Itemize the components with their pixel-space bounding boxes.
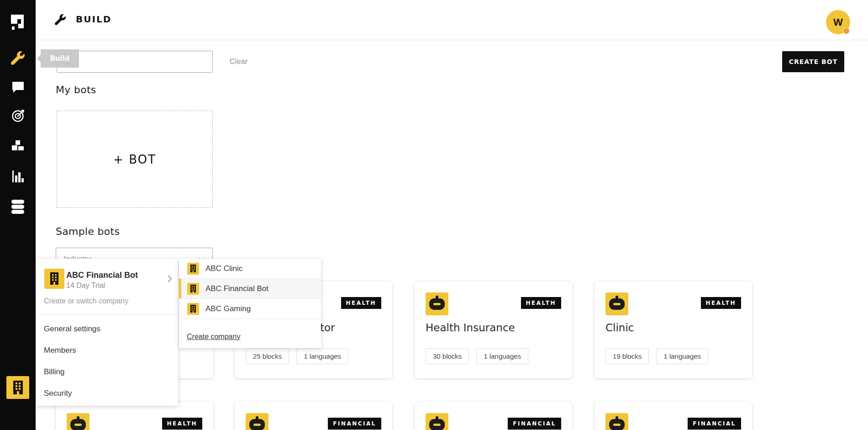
chevron-right-icon[interactable] <box>168 275 172 284</box>
menu-item-general-settings[interactable]: General settings <box>36 318 178 340</box>
my-bots-heading: My bots <box>56 84 96 96</box>
languages-chip: 1 languages <box>656 348 708 364</box>
nav-chat-icon[interactable] <box>12 81 24 93</box>
app-logo-icon[interactable] <box>11 15 24 30</box>
category-badge: HEALTH <box>341 297 381 309</box>
nav-blocks-icon[interactable] <box>11 140 24 153</box>
nav-build-wrench-icon[interactable] <box>11 51 25 65</box>
add-bot-label: + BOT <box>113 153 156 166</box>
blocks-chip: 30 blocks <box>426 348 469 364</box>
nav-target-icon[interactable] <box>11 109 25 122</box>
company-switcher-building-icon[interactable] <box>6 376 29 399</box>
create-bot-button[interactable]: CREATE BOT <box>782 51 844 72</box>
blocks-chip: 19 blocks <box>605 348 649 364</box>
company-switch-submenu: ABC Clinic ABC Financial Bot <box>179 259 321 348</box>
sample-bot-card[interactable]: HEALTH Clinic 19 blocks 1 languages <box>594 281 752 378</box>
company-name: ABC Financial Bot <box>66 271 138 280</box>
sample-bot-card[interactable]: HEALTH <box>56 402 213 430</box>
category-badge: HEALTH <box>521 297 561 309</box>
company-option-abc-financial-bot[interactable]: ABC Financial Bot <box>179 279 321 299</box>
header: BUILD W <box>36 0 868 40</box>
company-plan: 14 Day Trial <box>66 281 105 290</box>
sample-bot-card[interactable]: FINANCIAL <box>594 402 752 430</box>
clear-search-link[interactable]: Clear <box>230 58 248 66</box>
company-option-label: ABC Clinic <box>205 264 242 273</box>
add-bot-box[interactable]: + BOT <box>57 111 213 208</box>
build-wrench-icon <box>55 14 66 27</box>
company-menu: ABC Financial Bot 14 Day Trial Create or… <box>36 259 178 406</box>
languages-chip: 1 languages <box>296 348 348 364</box>
blocks-chip: 25 blocks <box>246 348 289 364</box>
create-company-link[interactable]: Create company <box>187 333 240 341</box>
avatar-initial: W <box>833 16 843 28</box>
bot-title: tor <box>320 322 335 334</box>
languages-chip: 1 languages <box>476 348 528 364</box>
bot-title: Clinic <box>605 322 634 334</box>
bot-avatar-icon <box>426 413 448 430</box>
bot-avatar-icon <box>426 292 448 315</box>
company-option-label: ABC Gaming <box>205 304 251 313</box>
bot-avatar-icon <box>67 413 89 430</box>
build-tooltip-label: Build <box>50 54 69 63</box>
nav-database-icon[interactable] <box>11 200 24 215</box>
bot-stats: 19 blocks 1 languages <box>605 348 708 364</box>
sample-bot-card[interactable]: FINANCIAL <box>235 402 392 430</box>
app-root: BUILD W Build Clear CREATE BOT My bots +… <box>0 0 868 430</box>
user-avatar[interactable]: W <box>826 10 850 34</box>
bot-avatar-icon <box>246 413 268 430</box>
category-badge: FINANCIAL <box>508 418 561 430</box>
sidebar <box>0 0 36 430</box>
sample-bot-card[interactable]: HEALTH Health Insurance 30 blocks 1 lang… <box>415 281 572 378</box>
category-badge: HEALTH <box>701 297 741 309</box>
build-tooltip: Build <box>41 49 79 68</box>
bot-stats: 25 blocks 1 languages <box>246 348 348 364</box>
create-or-switch-company-link[interactable]: Create or switch company <box>44 297 128 305</box>
company-option-abc-clinic[interactable]: ABC Clinic <box>179 259 321 279</box>
bot-avatar-icon <box>605 292 628 315</box>
company-building-icon <box>187 283 199 295</box>
page-title: BUILD <box>76 14 111 25</box>
company-option-abc-gaming[interactable]: ABC Gaming <box>179 299 321 319</box>
menu-item-security[interactable]: Security <box>36 382 178 404</box>
menu-item-members[interactable]: Members <box>36 340 178 361</box>
company-building-icon <box>187 303 199 315</box>
company-building-icon <box>187 263 199 275</box>
category-badge: FINANCIAL <box>328 418 381 430</box>
search-input[interactable] <box>57 51 213 73</box>
bot-avatar-icon <box>605 413 628 430</box>
menu-item-billing[interactable]: Billing <box>36 361 178 382</box>
bot-stats: 30 blocks 1 languages <box>426 348 528 364</box>
nav-bar-chart-icon[interactable] <box>12 170 24 183</box>
sample-bots-heading: Sample bots <box>56 226 120 237</box>
company-building-icon <box>44 269 64 289</box>
company-menu-items: General settings Members Billing Securit… <box>36 318 178 404</box>
menu-divider <box>36 314 178 315</box>
category-badge: HEALTH <box>162 418 202 430</box>
company-option-label: ABC Financial Bot <box>205 284 268 293</box>
sample-bot-card[interactable]: FINANCIAL <box>415 402 572 430</box>
bot-title: Health Insurance <box>426 322 515 334</box>
main-content: Build Clear CREATE BOT My bots + BOT Sam… <box>36 40 868 430</box>
status-dot <box>843 27 850 34</box>
category-badge: FINANCIAL <box>688 418 741 430</box>
